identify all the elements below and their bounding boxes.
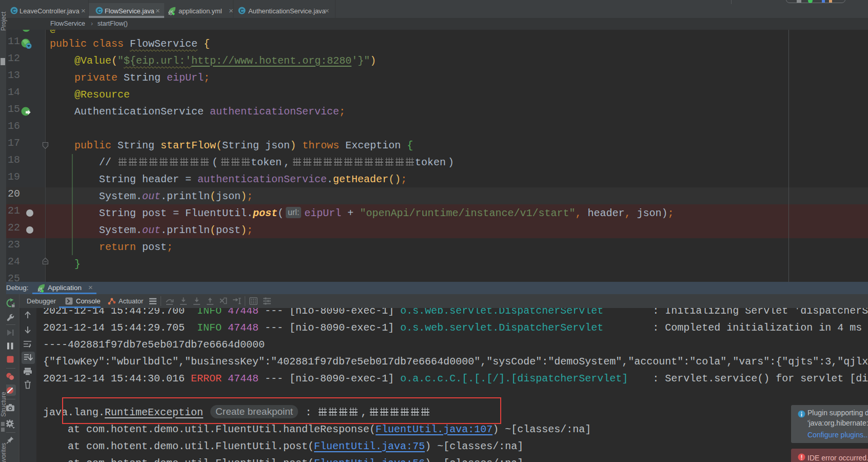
- svg-text:C: C: [240, 8, 244, 14]
- svg-text:C: C: [12, 8, 16, 14]
- svg-text:C: C: [97, 8, 102, 14]
